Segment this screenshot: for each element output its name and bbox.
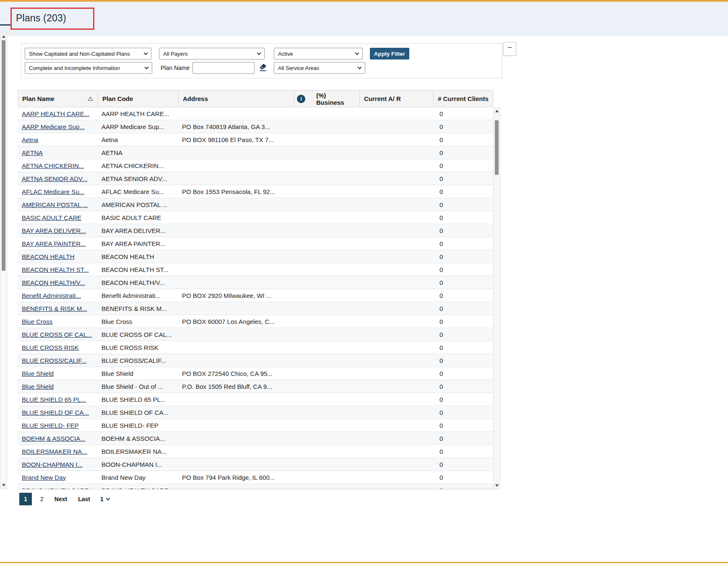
clear-plan-name-button[interactable] (258, 63, 268, 73)
table-scrollbar-thumb[interactable] (495, 120, 499, 175)
table-row: Blue Cross Blue Cross PO BOX 60007 Los A… (18, 315, 493, 328)
plan-name-link[interactable]: BAY AREA PAINTER... (22, 240, 86, 247)
status-filter-select[interactable]: Active (274, 48, 363, 60)
address-cell: PO Box 1553 Pensacola, FL 92... (178, 188, 294, 195)
page-1-button[interactable]: 1 (19, 493, 32, 505)
table-scroll-up-button[interactable] (494, 108, 500, 114)
plan-name-link[interactable]: AARP HEALTH CARE... (22, 110, 89, 117)
table-row: BLUE CROSS/CALIF... BLUE CROSS/CALIF... … (18, 354, 493, 367)
plan-code-cell: AFLAC Medicare Su... (97, 188, 178, 195)
table-row: AARP Medicare Sup... AARP Medicare Sup..… (18, 120, 493, 133)
plan-name-cell: BLUE CROSS RISK (18, 344, 97, 351)
plan-name-cell: BAY AREA DELIVER... (18, 227, 97, 234)
active-tab-indicator (0, 24, 10, 26)
plan-name-cell: AETNA SENIOR ADV... (18, 175, 97, 182)
plan-code-cell: Blue Cross (97, 318, 178, 325)
plan-name-link[interactable]: BLUE CROSS OF CAL... (22, 331, 92, 338)
plan-name-link[interactable]: BLUE CROSS RISK (22, 344, 79, 351)
plan-code-cell: BOON-CHAPMAN I... (97, 461, 178, 468)
clients-cell: 0 (433, 409, 493, 416)
sort-ascending-icon[interactable] (88, 96, 93, 101)
plan-name-link[interactable]: BEACON HEALTH (22, 253, 75, 260)
plan-name-link[interactable]: AFLAC Medicare Su... (22, 188, 84, 195)
plan-name-link[interactable]: BOEHM & ASSOCIA... (22, 435, 86, 442)
plan-code-cell: BOEHM & ASSOCIA... (97, 435, 178, 442)
plan-name-link[interactable]: AETNA SENIOR ADV... (22, 175, 87, 182)
plan-name-link[interactable]: AETNA (22, 149, 43, 156)
plan-name-cell: BRAVO HEALTH CARE (18, 487, 97, 490)
payers-filter-value: All Payers (163, 51, 188, 57)
table-header: Plan Name Plan Code Address i (%) Busine… (18, 90, 493, 107)
clients-cell: 0 (433, 435, 493, 442)
table-row: Benefit Administrati... Benefit Administ… (18, 289, 493, 302)
plan-name-link[interactable]: AETNA CHICKERIN... (22, 162, 84, 169)
plan-name-link[interactable]: Brand New Day (22, 474, 66, 481)
plan-name-link[interactable]: Blue Shield (22, 383, 54, 390)
page-size-select[interactable]: 1 (100, 496, 109, 502)
page-scrollbar[interactable] (0, 33, 7, 489)
plan-name-cell: AETNA (18, 149, 97, 156)
plan-name-link[interactable]: BOON-CHAPMAN I... (22, 461, 83, 468)
column-header-plan-name[interactable]: Plan Name (18, 91, 98, 107)
plan-name-link[interactable]: Blue Shield (22, 370, 54, 377)
completeness-filter-select[interactable]: Complete and Incomplete Information (25, 62, 152, 74)
plan-name-link[interactable]: AMERICAN POSTAL ... (22, 201, 88, 208)
clients-cell: 0 (433, 396, 493, 403)
table-row: BASIC ADULT CARE BASIC ADULT CARE 0 (18, 211, 493, 224)
plan-name-cell: Aetna (18, 136, 97, 143)
page-scroll-up-button[interactable] (0, 33, 7, 40)
last-page-button[interactable]: Last (78, 496, 90, 502)
table-row: BOEHM & ASSOCIA... BOEHM & ASSOCIA... 0 (18, 432, 493, 445)
plan-code-cell: Benefit Administrati... (97, 292, 178, 299)
chevron-down-icon (257, 51, 261, 55)
service-areas-filter-value: All Service Areas (278, 65, 319, 71)
payers-filter-select[interactable]: All Payers (159, 48, 265, 60)
page-scrollbar-thumb[interactable] (2, 40, 5, 271)
plan-name-link[interactable]: BLUE SHIELD 65 PL... (22, 396, 86, 403)
page-scroll-down-button[interactable] (0, 482, 7, 489)
plan-name-link[interactable]: BRAVO HEALTH CARE (22, 487, 88, 490)
clients-cell: 0 (433, 123, 493, 130)
address-cell: PO BOX 981106 El Paso, TX 7... (178, 136, 294, 143)
info-icon[interactable]: i (297, 95, 305, 103)
plan-name-link[interactable]: Blue Cross (22, 318, 52, 325)
plan-name-link[interactable]: BENEFITS & RISK M... (22, 305, 87, 312)
plan-name-link[interactable]: BAY AREA DELIVER... (22, 227, 86, 234)
plan-name-link[interactable]: Aetna (22, 136, 38, 143)
plan-name-cell: BOILERSMAKER NA... (18, 448, 97, 455)
address-cell: PO Box 794 Park Ridge, IL 600... (178, 474, 294, 481)
column-label-current-clients: # Current Clients (438, 95, 489, 102)
page-2-button[interactable]: 2 (40, 496, 44, 502)
plan-name-link[interactable]: BOILERSMAKER NA... (22, 448, 87, 455)
eraser-icon (258, 63, 268, 72)
plan-name-link[interactable]: BLUE SHIELD OF CA... (22, 409, 89, 416)
header-band: Plans (203) (0, 2, 728, 36)
plan-name-cell: BENEFITS & RISK M... (18, 305, 97, 312)
plan-name-link[interactable]: BLUE SHIELD- FEP (22, 422, 79, 429)
capitation-filter-select[interactable]: Show Capitated and Non-Capitated Plans (25, 48, 151, 60)
plan-name-link[interactable]: BEACON HEALTH ST... (22, 266, 89, 273)
clients-cell: 0 (433, 175, 493, 182)
table-scroll-down-button[interactable] (494, 482, 500, 489)
plan-name-link[interactable]: BASIC ADULT CARE (22, 214, 81, 221)
table-scrollbar[interactable] (493, 107, 500, 489)
plan-name-link[interactable]: AARP Medicare Sup... (22, 123, 85, 130)
next-page-button[interactable]: Next (55, 496, 67, 502)
collapse-filter-button[interactable]: − (503, 42, 516, 56)
table-row: AETNA CHICKERIN... AETNA CHICKERIN... 0 (18, 159, 493, 172)
plan-code-cell: BLUE CROSS/CALIF... (97, 357, 178, 364)
column-label-current-ar: Current A/ R (364, 95, 401, 102)
plan-name-link[interactable]: BEACON HEALTH/V... (22, 279, 85, 286)
clients-cell: 0 (433, 344, 493, 351)
apply-filter-button[interactable]: Apply Filter (370, 48, 409, 60)
address-cell: PO Box 740819 Atlanta, GA 3... (178, 123, 294, 130)
plan-name-link[interactable]: BLUE CROSS/CALIF... (22, 357, 86, 364)
plan-name-input[interactable] (192, 62, 255, 74)
table-row: BOILERSMAKER NA... BOILERSMAKER NA... 0 (18, 445, 493, 458)
service-areas-filter-select[interactable]: All Service Areas (274, 62, 365, 74)
scroll-up-icon (2, 35, 5, 38)
table-row: BENEFITS & RISK M... BENEFITS & RISK M..… (18, 302, 493, 315)
clients-cell: 0 (433, 227, 493, 234)
plan-code-cell: AETNA CHICKERIN... (97, 162, 178, 169)
plan-name-link[interactable]: Benefit Administrati... (22, 292, 81, 299)
